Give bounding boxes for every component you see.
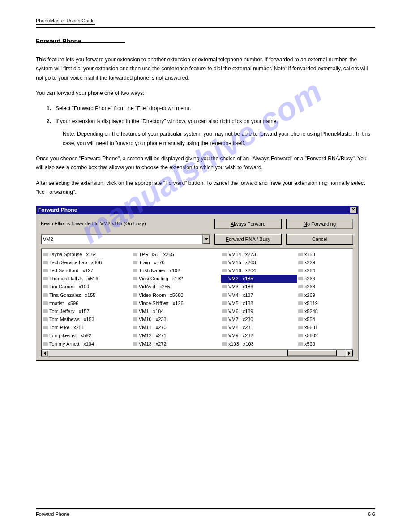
list-item[interactable]: Trish Napierx102 [132,266,221,275]
phone-icon [298,301,303,305]
horizontal-scrollbar[interactable] [41,349,353,356]
list-item[interactable]: VM3x186 [221,283,297,291]
dialog-title: Forward Phone [38,207,77,213]
list-item[interactable]: Vince Shifflettx126 [132,299,221,307]
phone-icon [222,269,227,272]
list-item[interactable]: x5682 [297,331,344,339]
list-item[interactable]: x269 [297,291,344,299]
list-item[interactable]: VM15x203 [221,258,297,266]
chevron-down-icon [205,238,208,240]
list-item-name: VM6 [228,309,239,314]
list-item[interactable]: VM5x188 [221,299,297,307]
list-item[interactable]: x264 [297,266,344,275]
list-item[interactable]: Ted Sandfordx127 [42,266,132,275]
list-column: VM14x273VM15x203VM16x204VM2x185VM3x186VM… [221,250,297,348]
list-item[interactable]: Tim Carnesx109 [42,283,132,291]
list-item[interactable]: VidAvidx255 [132,283,221,291]
extension-input[interactable] [41,235,202,244]
list-item[interactable]: VM4x187 [221,291,297,299]
list-item[interactable]: VM2x185 [221,275,297,283]
forward-status-text: Kevin Elliot is forwarded to VM2 x185 (O… [41,219,210,227]
scroll-right-button[interactable] [346,350,353,356]
list-item-name: VM5 [228,300,239,306]
phone-icon [43,285,48,288]
phone-icon [43,334,48,337]
list-item[interactable]: VM14x273 [221,250,297,258]
close-button[interactable]: ✕ [350,207,357,213]
list-item[interactable]: Tom Mathewsx153 [42,315,132,323]
list-item[interactable]: Trainx470 [132,258,221,266]
list-item[interactable]: x590 [297,340,344,348]
phone-icon [43,277,48,280]
combobox-dropdown-button[interactable] [202,235,210,244]
list-item[interactable]: VM1x184 [132,307,221,315]
list-item[interactable]: Tom Pikex251 [42,323,132,331]
scroll-track[interactable] [48,350,346,356]
list-item[interactable]: VM16x204 [221,266,297,275]
list-item[interactable]: x158 [297,250,344,258]
list-item[interactable]: x266 [297,275,344,283]
list-item[interactable]: Vicki Coullingx132 [132,275,221,283]
phone-icon [298,326,303,329]
forward-rna-busy-button[interactable]: Forward RNA / Busy [214,234,282,245]
extension-combobox[interactable] [41,234,210,244]
phone-icon [222,317,227,321]
list-item[interactable]: Tayna Sprousex164 [42,250,132,258]
list-column: TPRTISTx265Trainx470Trish Napierx102Vick… [132,250,221,348]
scroll-thumb[interactable] [287,350,337,356]
header-title: PhoneMaster User's Guide [36,18,95,25]
phone-icon [298,309,303,313]
list-item-ext: x516 [87,276,98,281]
dialog-titlebar[interactable]: Forward Phone ✕ [36,206,358,214]
cancel-button[interactable]: Cancel [286,234,353,245]
list-item-ext: x470 [154,260,165,265]
phone-icon [133,277,137,280]
list-item-name: VM1 [139,309,149,314]
list-item[interactable]: x554 [297,315,344,323]
list-item[interactable]: Tom Jefferyx157 [42,307,132,315]
list-item[interactable]: x5248 [297,307,344,315]
list-item-ext: x127 [82,268,93,273]
list-item[interactable]: VM9x232 [221,331,297,339]
list-item[interactable]: VM6x189 [221,307,297,315]
list-item[interactable]: TPRTISTx265 [132,250,221,258]
list-item-name: x268 [304,284,315,289]
list-item[interactable]: VM11x270 [132,323,221,331]
list-item[interactable]: x5681 [297,323,344,331]
list-item[interactable]: x103x103 [221,340,297,348]
list-item-name: VM2 [228,276,239,281]
scroll-left-button[interactable] [41,350,48,356]
list-item[interactable]: VM7x230 [221,315,297,323]
phone-icon [298,261,303,264]
phone-icon [222,293,227,297]
list-item[interactable]: Tommy Arnettx104 [42,340,132,348]
list-item[interactable]: Thomas Hall Jr.x516 [42,275,132,283]
list-item[interactable]: tom pikes istx592 [42,331,132,339]
list-item[interactable]: x268 [297,283,344,291]
footer-right: 6-6 [368,511,375,517]
list-item[interactable]: Video Roomx5680 [132,291,221,299]
list-item[interactable]: VM12x271 [132,331,221,339]
list-item-name: VM4 [228,292,239,298]
list-item-name: Tim Carnes [49,284,74,289]
list-item[interactable]: x5119 [297,299,344,307]
phone-icon [133,326,137,329]
list-item[interactable]: VM8x231 [221,323,297,331]
extension-list[interactable]: Tayna Sprousex164Tech Service Labx306Ted… [41,248,353,357]
list-item-name: Tom Jeffery [49,309,75,314]
list-item[interactable]: tmatistx596 [42,299,132,307]
no-forwarding-button[interactable]: No Forwarding [286,219,353,229]
list-item-name: VidAvid [139,284,155,289]
list-item[interactable]: VM10x233 [132,315,221,323]
phone-icon [222,277,227,280]
list-item[interactable]: Tina Gonzalezx155 [42,291,132,299]
phone-icon [133,285,137,288]
list-item-name: Tom Mathews [49,317,80,322]
list-item-ext: x230 [243,317,253,322]
list-item-name: VM9 [228,333,239,338]
list-item[interactable]: VM13x272 [132,340,221,348]
always-forward-button[interactable]: Always Forward [214,219,282,229]
list-item[interactable]: x229 [297,258,344,266]
phone-icon [222,261,227,264]
list-item[interactable]: Tech Service Labx306 [42,258,132,266]
